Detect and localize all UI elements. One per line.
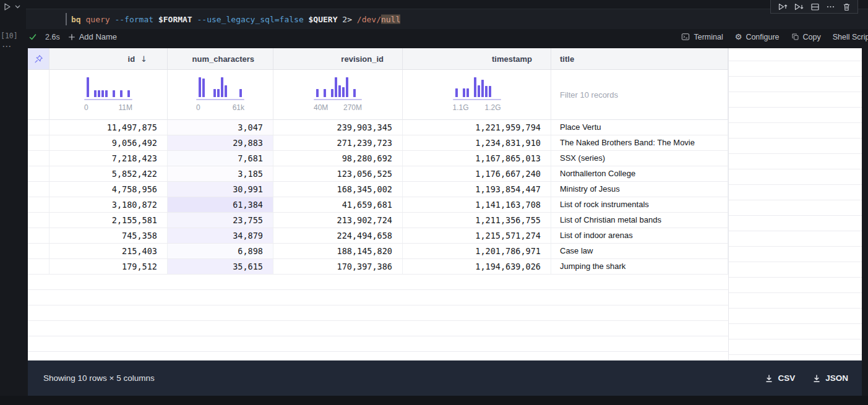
row-pin-cell	[28, 197, 49, 212]
action-label: Copy	[803, 33, 821, 41]
cell-revision_id: 170,397,386	[273, 259, 403, 274]
filter-records-input[interactable]	[551, 90, 700, 100]
cell-revision_id: 123,056,525	[273, 166, 403, 181]
cell-title: The Naked Brothers Band: The Movie	[551, 135, 728, 150]
row-pin-cell	[28, 151, 49, 166]
cell-revision_id: 188,145,820	[273, 244, 403, 258]
command-text: bq query --format $FORMAT --use_legacy_s…	[71, 15, 400, 24]
column-header-id[interactable]: id↓	[49, 48, 168, 70]
histogram-bar	[113, 90, 115, 97]
histogram-bar	[338, 85, 341, 97]
cell-id: 215,403	[49, 244, 168, 258]
column-header-title[interactable]: title	[551, 48, 728, 70]
histogram-bar	[466, 88, 469, 97]
cell-title: SSX (series)	[551, 151, 728, 166]
command-token: null	[381, 15, 400, 24]
histogram-baseline	[314, 99, 362, 100]
cell-id: 5,852,422	[49, 166, 168, 181]
command-editor[interactable]: bq query --format $FORMAT --use_legacy_s…	[26, 9, 868, 29]
histogram-bar	[455, 88, 458, 97]
histogram-bars	[316, 77, 359, 97]
cell-title: Ministry of Jesus	[551, 182, 728, 197]
summary-pin-cell	[28, 70, 49, 120]
more-options-icon[interactable]	[826, 2, 835, 11]
histogram-min-label: 0	[84, 103, 88, 112]
cell-revision_id: 239,903,345	[273, 120, 403, 135]
column-histogram: 011M	[84, 77, 133, 112]
table-header-row: id↓num_charactersrevision_idtimestamptit…	[28, 48, 728, 70]
histogram-bar	[199, 77, 201, 97]
table-row: 215,4036,898188,145,8201,201,786,971Case…	[28, 244, 728, 259]
download-label: JSON	[825, 373, 848, 383]
row-pin-cell	[28, 182, 49, 197]
table-row: 3,180,87261,38441,659,6811,141,163,708Li…	[28, 197, 728, 213]
histogram-bar	[105, 90, 108, 97]
column-header-num_characters[interactable]: num_characters	[168, 48, 273, 70]
histogram-bar	[217, 89, 220, 97]
column-header-revision_id[interactable]: revision_id	[273, 48, 403, 70]
gutter-line	[66, 13, 67, 25]
histogram-bar	[94, 90, 97, 97]
download-csv-button[interactable]: CSV	[765, 373, 795, 383]
cell-id: 745,358	[49, 228, 168, 243]
histogram-bar	[221, 77, 223, 97]
copy-icon	[791, 33, 799, 41]
shell-script-button[interactable]: Shell Script	[833, 33, 868, 41]
cell-title: Place Vertu	[551, 120, 728, 135]
cell-num_characters: 29,883	[168, 135, 273, 150]
cell-num_characters: 30,991	[168, 182, 273, 197]
histogram-bar	[478, 85, 480, 97]
empty-rows-area	[28, 275, 728, 360]
histogram-baseline	[453, 99, 501, 100]
cell-title: List of indoor arenas	[551, 228, 728, 243]
cell-num_characters: 7,681	[168, 151, 273, 166]
cell-num_characters: 34,879	[168, 228, 273, 243]
command-token: query	[85, 15, 110, 24]
command-token: --use_legacy_sql=false	[197, 15, 304, 24]
chevron-down-icon	[15, 5, 20, 9]
cell-id: 9,056,492	[49, 135, 168, 150]
histogram-bar	[346, 77, 348, 97]
row-pin-cell	[28, 166, 49, 181]
table-row: 7,218,4237,68198,280,6921,167,865,013SSX…	[28, 151, 728, 166]
cell-title: Northallerton College	[551, 166, 728, 181]
column-label: title	[560, 54, 574, 64]
row-pin-cell	[28, 120, 49, 135]
cell-revision_id: 213,902,724	[273, 213, 403, 228]
pin-icon	[34, 54, 43, 64]
cell-timestamp: 1,167,865,013	[403, 151, 551, 166]
action-label: Configure	[746, 33, 779, 41]
table-row: 11,497,8753,047239,903,3451,221,959,794P…	[28, 120, 728, 135]
cell-timestamp: 1,215,571,274	[403, 228, 551, 243]
table-row: 2,155,58123,755213,902,7241,211,356,755L…	[28, 213, 728, 228]
summary-cell-revision_id: 40M270M	[273, 70, 403, 120]
delete-cell-icon[interactable]	[842, 2, 851, 11]
add-name-button[interactable]: Add Name	[68, 32, 117, 41]
histogram-range: 40M270M	[314, 103, 362, 112]
cell-num_characters: 35,615	[168, 259, 273, 274]
row-pin-cell	[28, 259, 49, 274]
cell-timestamp: 1,234,831,910	[403, 135, 551, 150]
run-cells-above-icon[interactable]	[778, 2, 788, 11]
cell-timestamp: 1,211,356,755	[403, 213, 551, 228]
command-token	[304, 15, 309, 24]
pin-column-button[interactable]	[28, 48, 49, 70]
execution-count: [10]	[1, 32, 18, 40]
histogram-bar	[485, 86, 488, 97]
column-header-timestamp[interactable]: timestamp	[403, 48, 551, 70]
row-pin-cell	[28, 244, 49, 258]
cell-more-icon[interactable]: ⋯	[2, 41, 12, 52]
add-name-label: Add Name	[79, 32, 117, 41]
terminal-button[interactable]: Terminal	[681, 33, 723, 41]
plus-icon	[68, 33, 75, 41]
sort-desc-icon: ↓	[140, 54, 147, 64]
cell-num_characters: 61,384	[168, 197, 273, 212]
configure-button[interactable]: ⚙Configure	[735, 33, 780, 41]
copy-button[interactable]: Copy	[791, 33, 821, 41]
download-icon	[765, 374, 773, 383]
run-cell-button[interactable]	[3, 2, 20, 11]
run-cells-below-icon[interactable]	[794, 2, 804, 11]
download-json-button[interactable]: JSON	[812, 373, 848, 383]
split-cell-icon[interactable]	[810, 2, 820, 11]
cell-num_characters: 3,185	[168, 166, 273, 181]
